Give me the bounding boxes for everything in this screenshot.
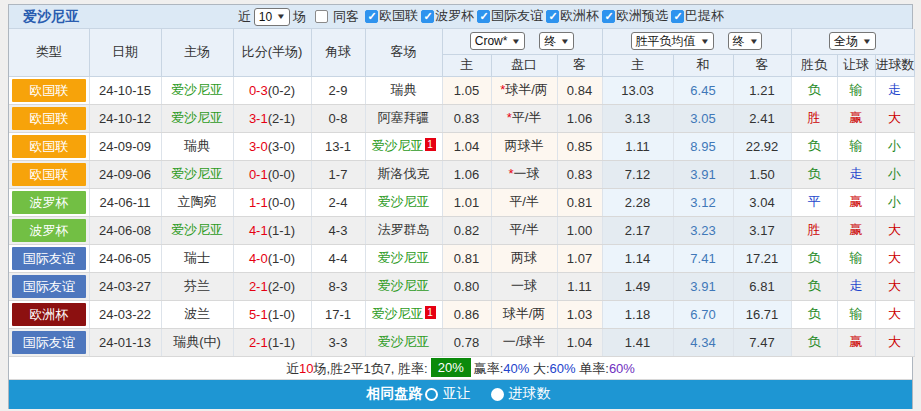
match-date: 24-06-08: [89, 216, 161, 244]
avg-state-select[interactable]: 终 ▼: [728, 32, 763, 50]
handicap: 平/半: [491, 216, 557, 244]
home-team[interactable]: 瑞典(中): [173, 334, 221, 349]
result-goals: 大: [875, 244, 914, 272]
result-handicap: 赢: [837, 104, 875, 132]
sub-header-goals: 进球数: [875, 54, 914, 76]
home-team-cell: 瑞士: [161, 244, 233, 272]
away-team[interactable]: 斯洛伐克: [378, 166, 430, 181]
handicap: 球半/两: [491, 300, 557, 328]
scope-select[interactable]: 全场 ▼: [829, 32, 876, 50]
away-team-cell: 爱沙尼亚: [365, 244, 442, 272]
league-filter-checkbox[interactable]: [477, 10, 490, 23]
odds-state-select[interactable]: 终 ▼: [539, 32, 574, 50]
col-header-away: 客场: [365, 29, 442, 76]
asian-handicap-label: 亚让: [443, 385, 471, 403]
league-type-cell: 欧国联: [9, 104, 89, 132]
league-type-cell: 欧国联: [9, 76, 89, 104]
score-cell: 2-1(2-0): [233, 272, 311, 300]
league-type-badge: 欧洲杯: [12, 303, 86, 326]
sub-header-result: 胜负: [791, 54, 837, 76]
away-team[interactable]: 爱沙尼亚: [378, 194, 430, 209]
odds-away: 0.83: [557, 160, 602, 188]
half-time-score: (0-2): [268, 83, 295, 98]
result-goals: 小: [875, 160, 914, 188]
home-team[interactable]: 瑞典: [184, 138, 210, 153]
odds-source-select[interactable]: Crow* ▼: [470, 32, 526, 50]
same-trend-title: 相同盘路: [367, 385, 423, 403]
league-type-cell: 欧国联: [9, 160, 89, 188]
league-filter-checkbox[interactable]: [546, 10, 559, 23]
corner-stat: 4-3: [311, 216, 365, 244]
match-history-panel: 爱沙尼亚 近 10 ▼ 场 同客 欧国联波罗杯国际友谊欧洲杯欧洲预选巴提杯 类型…: [8, 4, 913, 409]
table-row: 欧国联24-09-06爱沙尼亚0-1(0-0)1-7斯洛伐克1.06*一球0.8…: [9, 160, 914, 188]
away-team[interactable]: 法罗群岛: [378, 222, 430, 237]
home-team-cell: 立陶宛: [161, 188, 233, 216]
col-header-score: 比分(半场): [233, 29, 311, 76]
home-team[interactable]: 爱沙尼亚: [171, 110, 223, 125]
corner-stat: 2-9: [311, 76, 365, 104]
away-team[interactable]: 瑞典: [391, 82, 417, 97]
star-marker: *: [508, 166, 513, 181]
avg-draw: 3.91: [673, 160, 733, 188]
full-time-score: 2-1: [249, 335, 268, 350]
home-team[interactable]: 爱沙尼亚: [171, 166, 223, 181]
home-team[interactable]: 爱沙尼亚: [171, 82, 223, 97]
odds-home: 1.05: [442, 76, 491, 104]
away-team-cell: 爱沙尼亚: [365, 328, 442, 356]
home-team[interactable]: 立陶宛: [178, 194, 217, 209]
league-filter-label: 欧国联: [379, 7, 418, 25]
chevron-down-icon: ▼: [699, 37, 709, 46]
away-team[interactable]: 爱沙尼亚: [378, 250, 430, 265]
table-row: 欧国联24-09-09瑞典3-0(3-0)13-1爱沙尼亚11.04两球半0.8…: [9, 132, 914, 160]
home-team[interactable]: 芬兰: [184, 278, 210, 293]
league-filter-checkbox[interactable]: [671, 10, 684, 23]
avg-draw: 3.23: [673, 216, 733, 244]
asian-handicap-radio[interactable]: [425, 388, 438, 401]
same-away-checkbox[interactable]: [315, 10, 328, 23]
away-team[interactable]: 阿塞拜疆: [378, 110, 430, 125]
handicap: *平/半: [491, 104, 557, 132]
away-team[interactable]: 爱沙尼亚: [378, 278, 430, 293]
avg-away: 3.04: [733, 188, 791, 216]
table-row: 波罗杯24-06-08爱沙尼亚4-1(1-1)4-3法罗群岛0.82平/半1.0…: [9, 216, 914, 244]
avg-type-select[interactable]: 胜平负均值 ▼: [631, 32, 714, 50]
league-filter-checkbox[interactable]: [421, 10, 434, 23]
half-time-score: (1-1): [268, 223, 295, 238]
chevron-down-icon: ▼: [511, 37, 521, 46]
away-team-cell: 瑞典: [365, 76, 442, 104]
match-date: 24-09-09: [89, 132, 161, 160]
chevron-down-icon: ▼: [560, 37, 570, 46]
league-type-cell: 波罗杯: [9, 216, 89, 244]
table-row: 国际友谊24-06-05瑞士4-0(1-0)4-4爱沙尼亚0.81两球1.071…: [9, 244, 914, 272]
odds-home: 1.06: [442, 160, 491, 188]
star-marker: *: [507, 110, 512, 125]
score-cell: 0-1(0-0): [233, 160, 311, 188]
avg-home: 3.13: [602, 104, 673, 132]
league-filter-checkbox[interactable]: [602, 10, 615, 23]
result-wdl: 负: [791, 272, 837, 300]
home-team[interactable]: 瑞士: [184, 250, 210, 265]
away-team[interactable]: 爱沙尼亚: [372, 306, 424, 321]
away-team[interactable]: 爱沙尼亚: [372, 138, 424, 153]
result-goals: 大: [875, 272, 914, 300]
table-row: 国际友谊24-01-13瑞典(中)2-1(1-1)3-3爱沙尼亚0.78一/球半…: [9, 328, 914, 356]
match-date: 24-10-12: [89, 104, 161, 132]
home-team[interactable]: 波兰: [184, 306, 210, 321]
league-type-cell: 国际友谊: [9, 244, 89, 272]
avg-home: 7.12: [602, 160, 673, 188]
odds-away: 1.03: [557, 300, 602, 328]
recent-count-select[interactable]: 10 ▼: [254, 8, 290, 26]
result-handicap: 输: [837, 300, 875, 328]
avg-home: 1.18: [602, 300, 673, 328]
away-team[interactable]: 爱沙尼亚: [378, 334, 430, 349]
league-filter-checkbox[interactable]: [365, 10, 378, 23]
odds-home: 0.82: [442, 216, 491, 244]
league-type-cell: 欧国联: [9, 132, 89, 160]
result-goals: 走: [875, 76, 914, 104]
league-type-cell: 国际友谊: [9, 328, 89, 356]
corner-stat: 17-1: [311, 300, 365, 328]
match-date: 24-06-05: [89, 244, 161, 272]
goals-radio[interactable]: [491, 388, 504, 401]
home-team[interactable]: 爱沙尼亚: [171, 222, 223, 237]
avg-draw: 7.41: [673, 244, 733, 272]
